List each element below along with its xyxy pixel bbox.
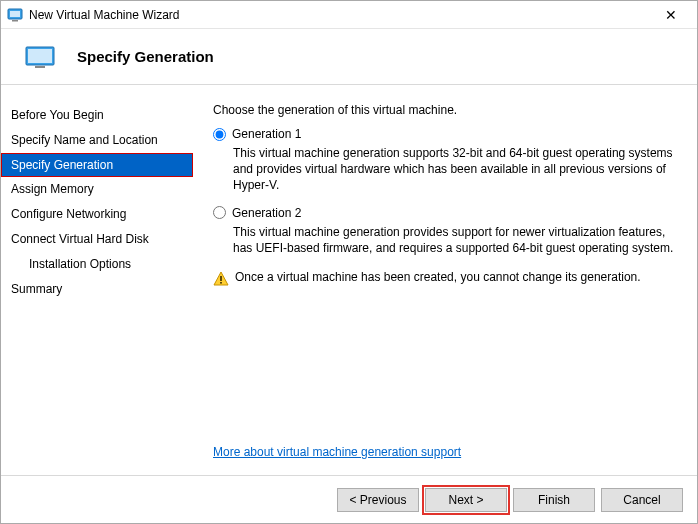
warning-row: Once a virtual machine has been created,… xyxy=(213,270,675,287)
warning-text: Once a virtual machine has been created,… xyxy=(235,270,641,284)
titlebar: New Virtual Machine Wizard ✕ xyxy=(1,1,697,29)
cancel-button[interactable]: Cancel xyxy=(601,488,683,512)
radio-generation-2[interactable] xyxy=(213,206,226,219)
step-summary[interactable]: Summary xyxy=(1,277,193,302)
step-specify-name-location[interactable]: Specify Name and Location xyxy=(1,128,193,153)
step-assign-memory[interactable]: Assign Memory xyxy=(1,177,193,202)
option-generation-2: Generation 2 This virtual machine genera… xyxy=(213,206,675,256)
previous-button[interactable]: < Previous xyxy=(337,488,419,512)
page-title: Specify Generation xyxy=(77,48,214,65)
wizard-steps-sidebar: Before You Begin Specify Name and Locati… xyxy=(1,85,193,475)
close-button[interactable]: ✕ xyxy=(651,7,691,23)
header-icon xyxy=(25,46,55,68)
step-configure-networking[interactable]: Configure Networking xyxy=(1,202,193,227)
app-icon xyxy=(7,7,23,23)
svg-rect-7 xyxy=(220,282,222,284)
step-before-you-begin[interactable]: Before You Begin xyxy=(1,103,193,128)
svg-rect-6 xyxy=(220,276,222,281)
step-specify-generation[interactable]: Specify Generation xyxy=(1,153,193,178)
wizard-body: Before You Begin Specify Name and Locati… xyxy=(1,85,697,475)
svg-rect-4 xyxy=(28,49,52,63)
wizard-header: Specify Generation xyxy=(1,29,697,85)
content-prompt: Choose the generation of this virtual ma… xyxy=(213,103,675,117)
wizard-window: New Virtual Machine Wizard ✕ Specify Gen… xyxy=(0,0,698,524)
step-installation-options[interactable]: Installation Options xyxy=(1,252,193,277)
wizard-content: Choose the generation of this virtual ma… xyxy=(193,85,697,475)
label-generation-1[interactable]: Generation 1 xyxy=(232,127,301,141)
svg-rect-5 xyxy=(35,66,45,68)
desc-generation-2: This virtual machine generation provides… xyxy=(233,224,675,256)
help-link[interactable]: More about virtual machine generation su… xyxy=(213,445,675,459)
step-connect-vhd[interactable]: Connect Virtual Hard Disk xyxy=(1,227,193,252)
label-generation-2[interactable]: Generation 2 xyxy=(232,206,301,220)
next-button[interactable]: Next > xyxy=(425,488,507,512)
svg-rect-2 xyxy=(12,20,18,22)
window-title: New Virtual Machine Wizard xyxy=(29,8,651,22)
svg-rect-1 xyxy=(10,11,20,17)
desc-generation-1: This virtual machine generation supports… xyxy=(233,145,675,194)
radio-generation-1[interactable] xyxy=(213,128,226,141)
warning-icon xyxy=(213,271,229,287)
finish-button[interactable]: Finish xyxy=(513,488,595,512)
wizard-footer: < Previous Next > Finish Cancel xyxy=(1,475,697,523)
option-generation-1: Generation 1 This virtual machine genera… xyxy=(213,127,675,194)
